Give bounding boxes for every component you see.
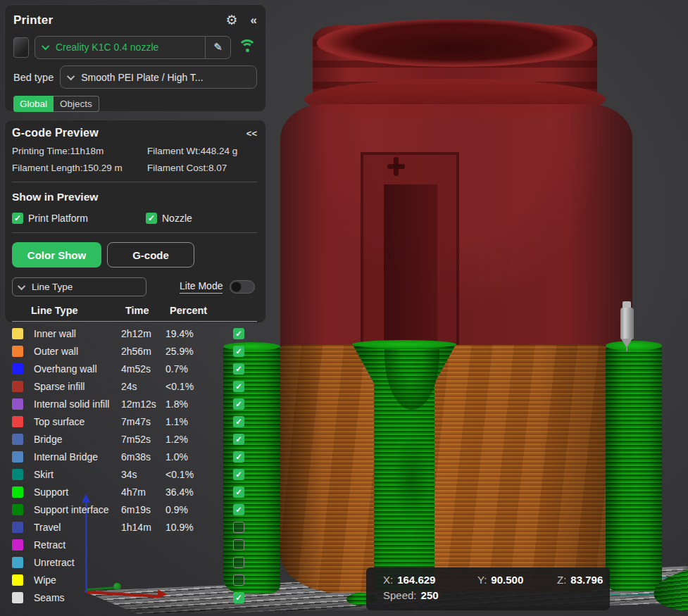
line-type-label: Retract — [34, 539, 121, 551]
line-color-swatch — [12, 398, 23, 410]
column-header-time: Time — [125, 305, 170, 316]
line-type-time: 4m52s — [121, 363, 165, 375]
line-color-swatch — [12, 469, 23, 480]
line-color-swatch — [12, 504, 23, 515]
support-column-right-top — [606, 341, 662, 351]
line-type-label: Internal solid infill — [34, 398, 121, 410]
line-type-select[interactable]: Line Type — [12, 277, 146, 296]
line-color-swatch — [12, 522, 23, 533]
color-show-button[interactable]: Color Show — [12, 242, 101, 268]
checkbox-nozzle[interactable]: ✓ Nozzle — [146, 213, 257, 224]
line-type-visibility-checkbox[interactable]: ✓ — [233, 469, 244, 480]
line-type-visibility-checkbox[interactable] — [233, 522, 244, 533]
printer-select[interactable]: Creality K1C 0.4 nozzle ✎ — [35, 36, 231, 59]
line-type-visibility-checkbox[interactable] — [233, 539, 244, 551]
nozzle-indicator-tip — [626, 346, 627, 351]
printer-select-main[interactable]: Creality K1C 0.4 nozzle — [35, 37, 205, 58]
line-type-label: Internal Bridge — [34, 451, 121, 463]
line-type-visibility-checkbox[interactable]: ✓ — [233, 346, 244, 357]
line-type-row: Unretract — [4, 553, 266, 571]
tooltip-x-label: X: — [383, 574, 393, 586]
line-color-swatch — [12, 416, 23, 427]
bed-type-label: Bed type — [13, 72, 54, 83]
line-type-row: Top surface 7m47s 1.1% ✓ — [4, 413, 266, 430]
line-type-percent: 1.2% — [165, 434, 233, 445]
stat-filament-cost: Filament Cost:8.07 — [147, 163, 257, 173]
toggle-knob — [231, 282, 242, 292]
line-type-percent: 19.4% — [165, 328, 233, 339]
line-type-row: Support 4h7m 36.4% ✓ — [4, 483, 266, 501]
tooltip-speed-value: 250 — [421, 589, 439, 601]
line-type-label: Seams — [34, 592, 121, 603]
lite-mode-label: Lite Mode — [180, 280, 223, 294]
line-type-percent: 1.0% — [165, 451, 233, 463]
line-type-label: Support interface — [34, 504, 121, 515]
printer-settings-gear-icon[interactable]: ⚙ — [225, 12, 237, 28]
line-type-label: Unretract — [34, 557, 121, 568]
line-type-visibility-checkbox[interactable] — [233, 557, 244, 568]
line-type-label: Sparse infill — [34, 381, 121, 392]
line-type-row: Sparse infill 24s <0.1% ✓ — [4, 377, 266, 395]
line-type-row: Outer wall 2h56m 25.9% ✓ — [4, 342, 266, 360]
line-type-select-value: Line Type — [32, 282, 73, 292]
gcode-button[interactable]: G-code — [107, 242, 194, 268]
edit-printer-pencil-icon[interactable]: ✎ — [205, 37, 230, 58]
gcode-preview-panel: G-code Preview << Printing Time:11h18m F… — [4, 120, 266, 323]
line-type-time: 34s — [121, 469, 165, 480]
line-type-visibility-checkbox[interactable]: ✓ — [233, 592, 244, 603]
bed-type-value: Smooth PEI Plate / High T... — [81, 72, 203, 83]
ghost-model-jar-opening — [356, 30, 553, 60]
nozzle-label: Nozzle — [162, 213, 192, 224]
line-type-label: Support — [34, 486, 121, 498]
support-column-middle-top — [352, 340, 456, 348]
ghost-model-cross-mark — [387, 164, 405, 169]
line-type-visibility-checkbox[interactable]: ✓ — [233, 398, 244, 410]
bed-type-select[interactable]: Smooth PEI Plate / High T... — [60, 65, 257, 89]
collapse-preview-icon[interactable]: << — [246, 128, 257, 139]
printer-panel-title: Printer — [13, 13, 53, 27]
printed-outer-wall-body — [280, 345, 607, 593]
line-type-visibility-checkbox[interactable] — [233, 574, 244, 586]
line-type-row: Inner wall 2h12m 19.4% ✓ — [4, 325, 266, 342]
collapse-panel-icon[interactable]: « — [251, 13, 257, 27]
tab-objects[interactable]: Objects — [54, 96, 99, 112]
checkbox-checked-icon: ✓ — [146, 213, 157, 224]
line-type-visibility-checkbox[interactable]: ✓ — [233, 434, 244, 445]
line-type-label: Outer wall — [34, 346, 121, 357]
checkbox-checked-icon: ✓ — [12, 213, 23, 224]
line-type-percent: 1.1% — [165, 416, 233, 427]
line-type-visibility-checkbox[interactable]: ✓ — [233, 381, 244, 392]
line-type-row: Skirt 34s <0.1% ✓ — [4, 465, 266, 483]
support-column-middle-shading — [394, 436, 428, 522]
print-platform-label: Print Platform — [28, 213, 88, 224]
line-type-visibility-checkbox[interactable]: ✓ — [233, 486, 244, 498]
stat-filament-weight: Filament Wt:448.24 g — [147, 146, 257, 156]
line-type-label: Skirt — [34, 469, 121, 480]
line-type-visibility-checkbox[interactable]: ✓ — [233, 363, 244, 375]
lite-mode-toggle[interactable] — [230, 280, 255, 294]
line-type-percent: <0.1% — [165, 381, 233, 392]
line-type-percent: <0.1% — [165, 469, 233, 480]
tab-global[interactable]: Global — [13, 96, 54, 112]
chevron-down-icon — [18, 282, 25, 289]
line-type-visibility-checkbox[interactable]: ✓ — [233, 328, 244, 339]
support-column-right — [606, 345, 662, 591]
printer-select-value: Creality K1C 0.4 nozzle — [56, 42, 158, 53]
line-type-time: 2h12m — [121, 328, 165, 339]
line-type-label: Inner wall — [34, 328, 121, 339]
line-type-percent: 1.8% — [165, 398, 233, 410]
line-type-row: Internal Bridge 6m38s 1.0% ✓ — [4, 448, 266, 465]
line-type-time: 24s — [121, 381, 165, 392]
line-type-visibility-checkbox[interactable]: ✓ — [233, 451, 244, 463]
line-type-time: 4h7m — [121, 486, 165, 498]
line-type-visibility-checkbox[interactable]: ✓ — [233, 504, 244, 515]
line-color-swatch — [12, 346, 23, 357]
line-type-table: Inner wall 2h12m 19.4% ✓ Outer wall 2h56… — [4, 325, 266, 606]
line-type-visibility-checkbox[interactable]: ✓ — [233, 416, 244, 427]
line-type-time: 6m19s — [121, 504, 165, 515]
line-color-swatch — [12, 328, 23, 339]
divider — [12, 182, 257, 182]
line-type-time: 6m38s — [121, 451, 165, 463]
column-header-line-type: Line Type — [31, 305, 125, 316]
checkbox-print-platform[interactable]: ✓ Print Platform — [12, 213, 146, 224]
